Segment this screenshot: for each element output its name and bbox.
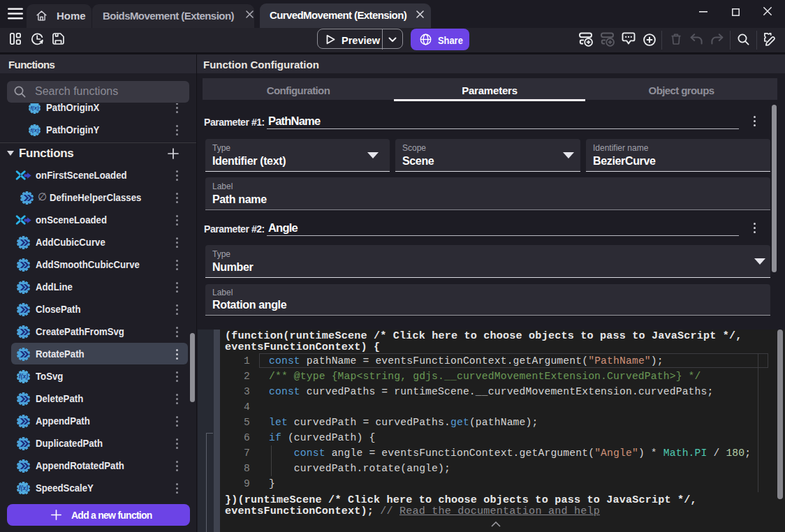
svg-text:f(x): f(x) bbox=[31, 127, 39, 133]
svg-text:f(x): f(x) bbox=[19, 485, 29, 492]
svg-text:f(x): f(x) bbox=[19, 373, 29, 380]
svg-text:f(x): f(x) bbox=[31, 105, 39, 111]
